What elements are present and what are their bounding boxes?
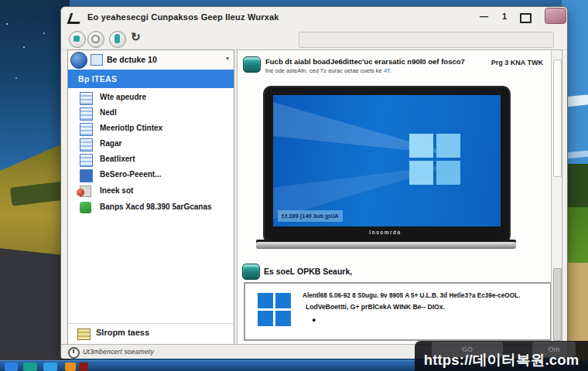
sidebar-item[interactable]: BeSero-Peeent... [68, 168, 234, 182]
clock-icon [68, 347, 80, 359]
info-line-2: LodVeBoettti, G+ prBlCekA WINK Be-- DIOx… [306, 303, 538, 311]
taskbar-icon-blue[interactable] [5, 362, 18, 371]
watermark-url: https://데이터복원.com [415, 350, 588, 369]
device-icon [80, 92, 93, 105]
sidebar-item-label: BeSero-Peeent... [100, 170, 161, 179]
pill-icon [115, 34, 120, 43]
sidebar-item-label: Ragar [100, 139, 121, 148]
sidebar-item[interactable]: Beatlixert [68, 152, 234, 167]
app-window: Eo yeahesecgi Cunpaksos Geep Ileuz Wurxa… [60, 6, 568, 359]
backup-icon [80, 202, 91, 213]
sidebar-item-label: Bp ITEAS [78, 74, 117, 83]
sidebar-item-label: Meeriotlp Ctintex [100, 124, 162, 132]
tasks-list-icon [77, 328, 91, 340]
main-header-subtitle: tne ode asteAfn. ced Tz eurac oetae cuet… [265, 67, 391, 74]
address-bar[interactable] [299, 32, 554, 48]
view-button[interactable] [109, 31, 126, 48]
recovery-drive-icon [243, 56, 261, 73]
laptop-screen: f.f.199 (149 3ub jpUA [273, 95, 501, 226]
subtitle-link[interactable]: 4T. [384, 67, 391, 74]
flag-pane [275, 293, 291, 308]
info-line-1: Alentl68 5.06-92 8 S0ugu. 9v 8905 A 5+ U… [303, 292, 539, 299]
forward-button[interactable] [87, 31, 104, 48]
sidebar-item-label: Banps Xacd 98.390 5arGcanas [100, 203, 212, 211]
windows-flag-icon [258, 293, 292, 327]
device-icon [80, 123, 93, 136]
sky-stars [6, 23, 8, 25]
sidebar-item-label: Ineek sot [100, 186, 133, 195]
maximize-button[interactable]: 1 [502, 12, 507, 21]
sidebar-item[interactable]: Ineek sot [68, 184, 234, 199]
status-text: Ut3mbencert soeamety [83, 348, 154, 356]
globe-icon [70, 52, 87, 69]
sidebar: Be dctuke 10 ▾ Bp ITEAS Wte apeudre Nedl… [67, 49, 234, 345]
back-button[interactable] [69, 31, 86, 48]
sidebar-item[interactable]: Nedl [68, 106, 234, 121]
logo-pane [436, 134, 460, 158]
main-header-meta: Prg 3 KNA TWK [491, 59, 543, 66]
flag-pane [258, 311, 273, 326]
flag-pane [258, 293, 273, 308]
sidebar-item-label: Wte apeudre [100, 93, 146, 101]
minimize-button[interactable]: — [480, 12, 488, 21]
toolbar: ↻ [61, 29, 567, 50]
inspect-icon [80, 186, 91, 197]
sidebar-item[interactable]: Banps Xacd 98.390 5arGcanas [68, 200, 234, 215]
logo-pane [409, 161, 433, 185]
chevron-down-icon[interactable]: ▾ [226, 55, 229, 62]
sidebar-item-label: Beatlixert [100, 155, 135, 163]
windows-logo-icon [409, 134, 460, 185]
scrollbar-track-segment[interactable] [553, 60, 562, 177]
taskbar-icon-red[interactable] [79, 362, 88, 371]
main-header-title: Fucb dt aiabl boadJe6dittec'uc erarsatic… [265, 57, 497, 66]
title-bar[interactable]: Eo yeahesecgi Cunpaksos Geep Ileuz Wurxa… [61, 7, 567, 29]
device-icon [80, 154, 93, 167]
close-button[interactable] [545, 8, 566, 24]
device-icon [80, 107, 93, 121]
computer-icon [91, 54, 103, 66]
laptop-image: f.f.199 (149 3ub jpUA Insomrda [263, 86, 511, 253]
laptop-brand-label: Insomrda [263, 230, 508, 235]
scrollbar-thumb[interactable] [553, 268, 562, 341]
sidebar-footer-item[interactable]: Slropm taess [68, 323, 234, 344]
sidebar-item-label: Nedl [100, 108, 117, 117]
sidebar-item-selected[interactable]: Bp ITEAS [68, 70, 234, 88]
device-icon [80, 169, 93, 182]
square-icon [74, 36, 80, 42]
desktop-shadow-area [0, 238, 70, 366]
logo-pane [409, 134, 433, 158]
refresh-icon[interactable]: ↻ [131, 30, 141, 44]
scrollbar[interactable] [551, 50, 562, 344]
sidebar-header-combo[interactable]: Be dctuke 10 ▾ [68, 50, 234, 70]
sidebar-footer-label: Slropm taess [96, 328, 149, 337]
taskbar-icon-lightblue[interactable] [43, 362, 57, 371]
sidebar-item[interactable]: Wte apeudre [68, 90, 234, 105]
section-title: Es soeL OPKB Seaurk, [264, 267, 352, 276]
watermark-overlay: GO Om https://데이터복원.com [415, 341, 588, 371]
taskbar-icon-teal[interactable] [23, 362, 37, 371]
logo-pane [436, 161, 460, 185]
window-title: Eo yeahesecgi Cunpaksos Geep Ileuz Wurxa… [87, 12, 279, 22]
subtitle-text: tne ode asteAfn. ced Tz eurac oetae cuet… [265, 67, 384, 74]
info-box: Alentl68 5.06-92 8 S0ugu. 9v 8905 A 5+ U… [244, 282, 552, 341]
bullet-point: ● [312, 316, 316, 324]
device-icon [80, 138, 93, 151]
laptop-base [256, 242, 516, 249]
sidebar-item[interactable]: Ragar [68, 137, 234, 151]
restore-icon[interactable] [520, 13, 532, 23]
flag-pane [275, 311, 291, 326]
screen-caption: f.f.199 (149 3ub jpUA [278, 210, 343, 222]
backup-globe-icon [242, 264, 260, 280]
app-icon [67, 13, 84, 24]
sidebar-header-label: Be dctuke 10 [107, 55, 157, 64]
ring-icon [91, 35, 100, 43]
main-panel: Fucb dt aiabl boadJe6dittec'uc erarsatic… [237, 49, 562, 345]
taskbar-icon-orange[interactable] [65, 362, 76, 371]
sidebar-item[interactable]: Meeriotlp Ctintex [68, 121, 234, 136]
